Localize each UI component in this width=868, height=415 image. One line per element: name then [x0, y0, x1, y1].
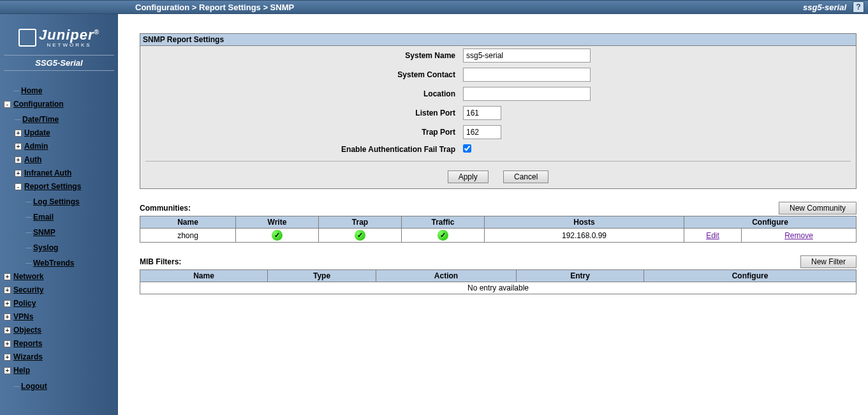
col-write: Write — [236, 216, 319, 229]
nav-admin[interactable]: Admin — [24, 140, 48, 153]
listen-port-input[interactable] — [463, 106, 501, 120]
sidebar: Juniper® NETWORKS SSG5-Serial Home -Conf… — [0, 14, 118, 415]
mib-col-name: Name — [140, 270, 268, 282]
nav-vpns[interactable]: VPNs — [13, 310, 33, 324]
expand-icon[interactable]: + — [4, 273, 11, 280]
apply-button[interactable]: Apply — [448, 170, 489, 183]
check-icon: ✓ — [438, 230, 448, 241]
nav-datetime[interactable]: Date/Time — [22, 113, 59, 126]
expand-icon[interactable]: + — [4, 340, 11, 347]
mib-title: MIB Filters: — [140, 257, 181, 266]
nav-auth[interactable]: Auth — [24, 153, 41, 167]
main-content: SNMP Report Settings System Name System … — [118, 14, 868, 415]
nav-logout[interactable]: Logout — [21, 380, 47, 393]
system-contact-input[interactable] — [463, 68, 591, 82]
nav-reports[interactable]: Reports — [13, 337, 42, 351]
col-configure: Configure — [684, 216, 857, 229]
nav-help[interactable]: Help — [13, 364, 30, 377]
label-location: Location — [140, 84, 459, 103]
expand-icon[interactable]: + — [15, 130, 22, 137]
location-input[interactable] — [463, 87, 591, 101]
label-trap-port: Trap Port — [140, 123, 459, 142]
help-icon[interactable]: ? — [853, 1, 864, 13]
logo-mark-icon — [18, 29, 36, 47]
expand-icon[interactable]: + — [15, 143, 22, 150]
new-community-button[interactable]: New Community — [779, 202, 857, 215]
label-system-contact: System Contact — [140, 65, 459, 84]
nav-snmp[interactable]: SNMP — [33, 226, 55, 239]
table-row: zhong ✓ ✓ ✓ 192.168.0.99 Edit Remove — [140, 229, 857, 243]
col-traffic: Traffic — [402, 216, 485, 229]
nav-home[interactable]: Home — [21, 84, 42, 98]
system-name-input[interactable] — [463, 49, 591, 63]
communities-title: Communities: — [140, 204, 191, 213]
cancel-button[interactable]: Cancel — [503, 170, 548, 183]
col-name: Name — [140, 216, 236, 229]
auth-fail-checkbox[interactable] — [463, 144, 471, 153]
nav-policy[interactable]: Policy — [13, 297, 36, 310]
col-trap: Trap — [319, 216, 402, 229]
nav-objects[interactable]: Objects — [13, 324, 41, 337]
nav-wizards[interactable]: Wizards — [13, 351, 43, 364]
remove-link[interactable]: Remove — [784, 231, 813, 240]
communities-table: Name Write Trap Traffic Hosts Configure … — [140, 216, 857, 243]
nav-tree: Home -Configuration Date/Time +Update +A… — [4, 82, 114, 393]
expand-icon[interactable]: + — [4, 287, 11, 294]
label-system-name: System Name — [140, 46, 459, 65]
nav-update[interactable]: Update — [24, 126, 50, 140]
edit-link[interactable]: Edit — [706, 231, 719, 240]
mib-col-entry: Entry — [517, 270, 644, 282]
nav-email[interactable]: Email — [33, 211, 54, 224]
expand-icon[interactable]: + — [4, 354, 11, 361]
trap-port-input[interactable] — [463, 125, 501, 139]
mib-col-type: Type — [268, 270, 376, 282]
mib-col-action: Action — [376, 270, 517, 282]
check-icon: ✓ — [355, 230, 365, 241]
nav-webtrends[interactable]: WebTrends — [33, 257, 74, 270]
expand-icon[interactable]: + — [15, 156, 22, 163]
mib-empty: No entry available — [140, 282, 857, 294]
divider — [145, 161, 851, 162]
expand-icon[interactable]: + — [4, 367, 11, 374]
nav-log-settings[interactable]: Log Settings — [33, 195, 80, 209]
label-listen-port: Listen Port — [140, 103, 459, 123]
expand-icon[interactable]: + — [4, 327, 11, 334]
settings-panel: SNMP Report Settings System Name System … — [140, 33, 857, 189]
topbar-device: ssg5-serial — [803, 3, 846, 12]
cell-hosts: 192.168.0.99 — [485, 229, 684, 243]
cell-name: zhong — [140, 229, 236, 243]
nav-configuration[interactable]: Configuration — [13, 98, 64, 111]
top-bar: Configuration > Report Settings > SNMP s… — [0, 0, 868, 14]
check-icon: ✓ — [272, 230, 283, 241]
collapse-icon[interactable]: - — [4, 101, 11, 108]
sidebar-device: SSG5-Serial — [4, 55, 114, 71]
label-auth-fail: Enable Authentication Fail Trap — [140, 142, 459, 157]
brand-sub: NETWORKS — [39, 42, 99, 48]
expand-icon[interactable]: + — [15, 170, 22, 177]
nav-infranet[interactable]: Infranet Auth — [24, 167, 71, 180]
mib-col-configure: Configure — [644, 270, 857, 282]
expand-icon[interactable]: + — [4, 300, 11, 307]
nav-syslog[interactable]: Syslog — [33, 241, 58, 255]
expand-icon[interactable]: + — [4, 313, 11, 321]
mib-table: Name Type Action Entry Configure No entr… — [140, 269, 857, 294]
nav-report-settings[interactable]: Report Settings — [24, 180, 81, 193]
new-filter-button[interactable]: New Filter — [800, 255, 857, 268]
logo: Juniper® NETWORKS — [4, 27, 114, 49]
nav-security[interactable]: Security — [13, 283, 43, 297]
breadcrumb: Configuration > Report Settings > SNMP — [135, 3, 803, 12]
col-hosts: Hosts — [485, 216, 684, 229]
panel-title: SNMP Report Settings — [140, 34, 856, 46]
nav-network[interactable]: Network — [13, 270, 43, 283]
collapse-icon[interactable]: - — [15, 183, 22, 190]
brand-name: Juniper — [39, 27, 94, 43]
